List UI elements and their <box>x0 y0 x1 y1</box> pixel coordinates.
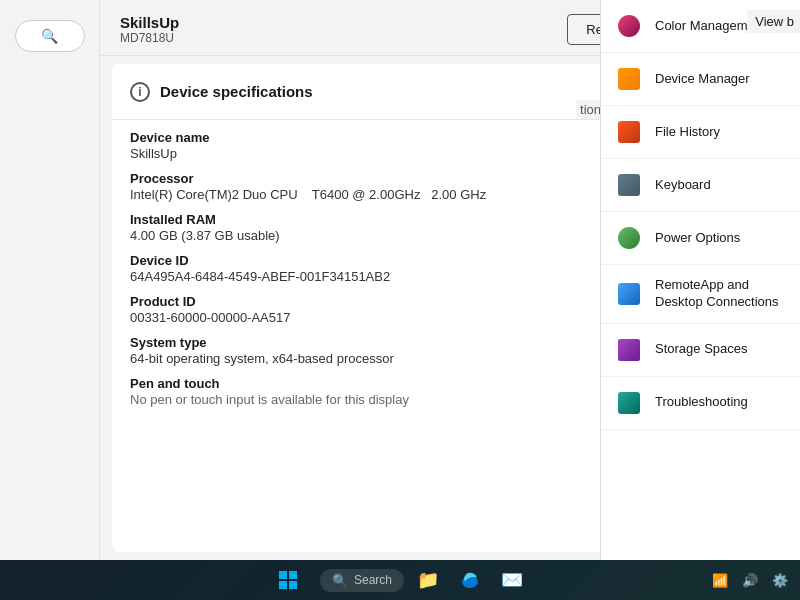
menu-item-remoteapp[interactable]: RemoteApp and Desktop Connections <box>601 265 800 324</box>
svg-rect-2 <box>279 581 287 589</box>
menu-item-file-history[interactable]: File History <box>601 106 800 159</box>
keyboard-icon <box>615 171 643 199</box>
taskbar: 🔍 Search 📁 ✉️ 📶 🔊 ⚙️ <box>0 560 800 600</box>
file-history-icon <box>615 118 643 146</box>
tray-volume-icon[interactable]: 🔊 <box>738 568 762 592</box>
svg-rect-0 <box>279 571 287 579</box>
taskbar-mail[interactable]: ✉️ <box>494 562 530 598</box>
menu-label-file-history: File History <box>655 124 720 141</box>
taskbar-search-label: Search <box>354 573 392 587</box>
specs-section-title: Device specifications <box>160 83 313 100</box>
start-button[interactable] <box>270 562 306 598</box>
taskbar-search-icon: 🔍 <box>332 573 348 588</box>
gear-icon: ⚙️ <box>772 573 788 588</box>
menu-label-remoteapp: RemoteApp and Desktop Connections <box>655 277 786 311</box>
storage-spaces-icon <box>615 336 643 364</box>
windows-logo-icon <box>279 571 297 589</box>
menu-item-troubleshooting[interactable]: Troubleshooting <box>601 377 800 430</box>
device-manager-icon <box>615 65 643 93</box>
menu-label-power-options: Power Options <box>655 230 740 247</box>
taskbar-edge[interactable] <box>452 562 488 598</box>
menu-item-power-options[interactable]: Power Options <box>601 212 800 265</box>
volume-icon: 🔊 <box>742 573 758 588</box>
pc-name: SkillsUp <box>120 14 179 31</box>
view-label-partial: View b <box>747 10 800 33</box>
menu-item-keyboard[interactable]: Keyboard <box>601 159 800 212</box>
tray-settings-icon[interactable]: ⚙️ <box>768 568 792 592</box>
svg-rect-3 <box>289 581 297 589</box>
file-explorer-icon: 📁 <box>417 569 439 591</box>
tray-network-icon[interactable]: 📶 <box>708 568 732 592</box>
right-flyout-menu: Color Management Device Manager File His… <box>600 0 800 560</box>
pc-model: MD7818U <box>120 31 179 45</box>
pc-info: SkillsUp MD7818U <box>120 14 179 45</box>
taskbar-search-bar[interactable]: 🔍 Search <box>320 569 404 592</box>
menu-item-storage-spaces[interactable]: Storage Spaces <box>601 324 800 377</box>
specs-header-left: i Device specifications <box>130 82 313 102</box>
menu-item-device-manager[interactable]: Device Manager <box>601 53 800 106</box>
svg-rect-1 <box>289 571 297 579</box>
troubleshooting-icon <box>615 389 643 417</box>
network-icon: 📶 <box>712 573 728 588</box>
taskbar-file-explorer[interactable]: 📁 <box>410 562 446 598</box>
info-icon: i <box>130 82 150 102</box>
menu-label-device-manager: Device Manager <box>655 71 750 88</box>
system-tray: 📶 🔊 ⚙️ <box>708 568 792 592</box>
mail-icon: ✉️ <box>501 569 523 591</box>
remoteapp-icon <box>615 280 643 308</box>
color-management-icon <box>615 12 643 40</box>
power-options-icon <box>615 224 643 252</box>
menu-label-keyboard: Keyboard <box>655 177 711 194</box>
menu-label-storage-spaces: Storage Spaces <box>655 341 748 358</box>
edge-browser-icon <box>460 570 480 590</box>
menu-label-troubleshooting: Troubleshooting <box>655 394 748 411</box>
